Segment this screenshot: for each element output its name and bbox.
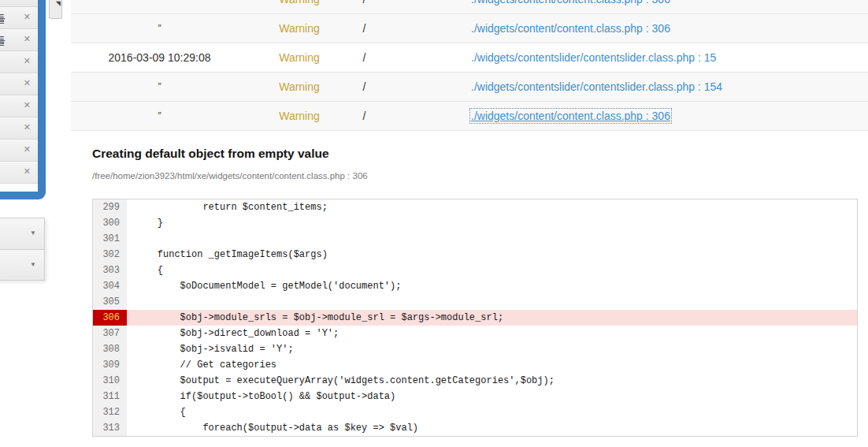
chevron-down-icon: ▼ bbox=[30, 262, 36, 268]
code-line: 301 bbox=[93, 231, 857, 247]
sidebar-item[interactable]: ✕ bbox=[0, 0, 38, 7]
line-source: // Get categories bbox=[127, 357, 276, 373]
log-request-uri: / bbox=[351, 80, 378, 93]
sidebar-item[interactable]: ✕ bbox=[0, 73, 38, 95]
line-source: $obj->module_srls = $obj->module_srl = $… bbox=[127, 310, 503, 326]
line-source: return $content_items; bbox=[127, 199, 328, 215]
close-icon[interactable]: ✕ bbox=[24, 57, 31, 65]
line-source: } bbox=[127, 215, 163, 231]
line-number: 313 bbox=[93, 420, 127, 436]
code-line: 303 { bbox=[93, 263, 857, 278]
code-line: 312 { bbox=[93, 404, 857, 420]
log-time: ″ bbox=[71, 23, 248, 34]
line-source: $oDocumentModel = getModel('document'); bbox=[127, 278, 401, 294]
code-line: 307 $obj->direct_download = 'Y'; bbox=[93, 326, 857, 341]
line-number: 302 bbox=[93, 247, 127, 263]
code-line-highlighted: 306 $obj->module_srls = $obj->module_srl… bbox=[93, 310, 857, 326]
sidebar-item[interactable]: ✕ bbox=[0, 140, 38, 162]
code-line: 313 foreach($output->data as $key => $va… bbox=[93, 420, 857, 436]
line-number: 307 bbox=[93, 326, 127, 341]
line-number: 311 bbox=[93, 389, 127, 404]
line-source: function _getImageItems($args) bbox=[127, 247, 328, 263]
scroll-corner-button[interactable]: ◥ bbox=[49, 0, 62, 19]
dropdown-panel: ▼ ▼ bbox=[0, 218, 45, 281]
log-file-link[interactable]: ./widgets/content/content.class.php : 30… bbox=[471, 22, 670, 35]
line-number: 299 bbox=[93, 199, 127, 215]
close-icon[interactable]: ✕ bbox=[24, 123, 31, 132]
line-number: 308 bbox=[93, 341, 127, 357]
line-source bbox=[127, 294, 135, 310]
corner-arrow-icon: ◥ bbox=[56, 1, 61, 7]
sidebar-item[interactable]: ✕ bbox=[0, 95, 38, 117]
sidebar-item[interactable]: ✕ bbox=[0, 162, 38, 184]
dropdown-select-2[interactable]: ▼ bbox=[0, 249, 44, 280]
log-type: Warning bbox=[248, 51, 351, 64]
close-icon[interactable]: ✕ bbox=[24, 145, 31, 154]
sidebar-item-label: 들 bbox=[0, 34, 6, 48]
table-row: ″ Warning / ./widgets/contentslider/cont… bbox=[71, 73, 868, 102]
line-number: 305 bbox=[93, 294, 127, 310]
line-source: foreach($output->data as $key => $val) bbox=[127, 420, 418, 436]
code-line: 304 $oDocumentModel = getModel('document… bbox=[93, 278, 857, 294]
close-icon[interactable]: ✕ bbox=[24, 101, 31, 110]
sidebar-panel: ✕ 들 ✕ 들 ✕ ✕ ✕ ✕ ✕ ✕ bbox=[0, 0, 46, 199]
log-file-link-focused[interactable]: ./widgets/content/content.class.php : 30… bbox=[471, 110, 670, 122]
log-file-link[interactable]: ./widgets/contentslider/contentslider.cl… bbox=[471, 80, 722, 93]
code-listing: 299 return $content_items; 300 } 301 302… bbox=[92, 199, 858, 437]
line-source: $obj->isvalid = 'Y'; bbox=[127, 341, 294, 357]
sidebar-tab-list: ✕ 들 ✕ 들 ✕ ✕ ✕ ✕ ✕ ✕ bbox=[0, 0, 38, 184]
log-request-uri: / bbox=[351, 0, 378, 6]
error-log-table: ″ Warning / ./widgets/content/content.cl… bbox=[71, 0, 868, 131]
code-line: 302 function _getImageItems($args) bbox=[93, 247, 857, 263]
line-source: { bbox=[127, 404, 186, 420]
log-file-link[interactable]: ./widgets/content/content.class.php : 30… bbox=[471, 0, 670, 6]
error-title: Creating default object from empty value bbox=[92, 147, 329, 161]
log-file-link[interactable]: ./widgets/contentslider/contentslider.cl… bbox=[471, 51, 716, 64]
log-type: Warning bbox=[248, 0, 351, 6]
line-source: $output = executeQueryArray('widgets.con… bbox=[127, 373, 555, 389]
code-line: 305 bbox=[93, 294, 857, 310]
table-row: ″ Warning / ./widgets/content/content.cl… bbox=[71, 14, 868, 43]
line-source: $obj->direct_download = 'Y'; bbox=[127, 326, 339, 341]
table-row: 2016-03-09 10:29:08 Warning / ./widgets/… bbox=[71, 43, 868, 73]
log-type: Warning bbox=[248, 22, 351, 35]
sidebar-item[interactable]: 들 ✕ bbox=[0, 7, 38, 29]
code-line: 311 if($output->toBool() && $output->dat… bbox=[93, 389, 857, 404]
line-number: 309 bbox=[93, 357, 127, 373]
dropdown-select-1[interactable]: ▼ bbox=[0, 218, 44, 249]
sidebar-item[interactable]: ✕ bbox=[0, 117, 38, 140]
line-number: 303 bbox=[93, 263, 127, 278]
sidebar-item-label: 들 bbox=[0, 12, 6, 26]
line-number: 306 bbox=[93, 310, 127, 326]
code-line: 299 return $content_items; bbox=[93, 199, 857, 215]
log-request-uri: / bbox=[351, 22, 378, 35]
line-number: 300 bbox=[93, 215, 127, 231]
close-icon[interactable]: ✕ bbox=[24, 13, 31, 21]
code-line: 309 // Get categories bbox=[93, 357, 857, 373]
close-icon[interactable]: ✕ bbox=[24, 79, 31, 88]
table-row: ″ Warning / ./widgets/content/content.cl… bbox=[71, 0, 868, 14]
sidebar-item[interactable]: ✕ bbox=[0, 51, 38, 73]
error-file-path: /free/home/zion3923/html/xe/widgets/cont… bbox=[92, 171, 368, 181]
line-number: 301 bbox=[93, 231, 127, 247]
close-icon[interactable]: ✕ bbox=[24, 35, 31, 43]
sidebar-item[interactable]: 들 ✕ bbox=[0, 29, 38, 51]
log-type: Warning bbox=[248, 80, 351, 93]
log-request-uri: / bbox=[351, 110, 378, 122]
table-row: ″ Warning / ./widgets/content/content.cl… bbox=[71, 102, 868, 131]
log-type: Warning bbox=[248, 110, 351, 122]
log-time: ″ bbox=[71, 110, 248, 121]
log-time: ″ bbox=[71, 81, 248, 92]
log-time: 2016-03-09 10:29:08 bbox=[71, 51, 248, 64]
code-line: 300 } bbox=[93, 215, 857, 231]
close-icon[interactable]: ✕ bbox=[24, 167, 31, 176]
line-source: { bbox=[127, 263, 163, 278]
code-line: 308 $obj->isvalid = 'Y'; bbox=[93, 341, 857, 357]
line-number: 304 bbox=[93, 278, 127, 294]
line-number: 310 bbox=[93, 373, 127, 389]
log-time: ″ bbox=[71, 0, 248, 5]
log-request-uri: / bbox=[351, 51, 378, 64]
code-line: 310 $output = executeQueryArray('widgets… bbox=[93, 373, 857, 389]
line-source: if($output->toBool() && $output->data) bbox=[127, 389, 395, 404]
line-number: 312 bbox=[93, 404, 127, 420]
